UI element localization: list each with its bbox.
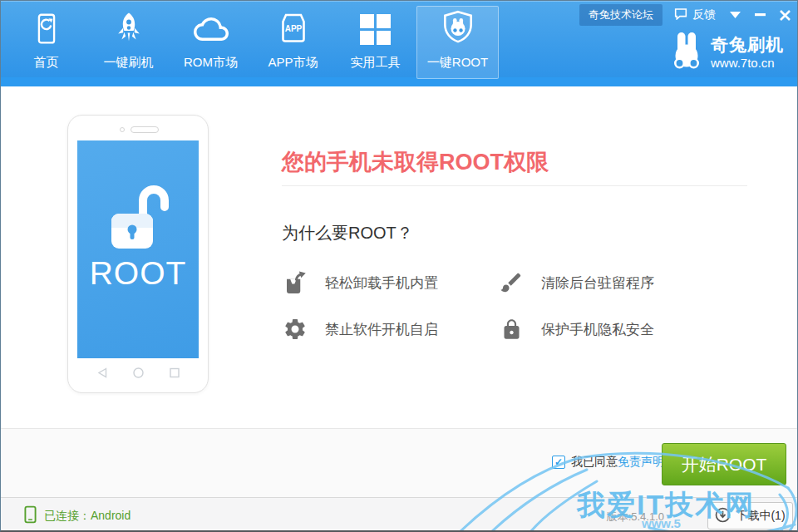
nav-label: 一键刷机 <box>104 55 154 71</box>
why-root-heading: 为什么要ROOT？ <box>282 222 413 244</box>
lock-icon <box>498 318 525 342</box>
cloud-icon <box>188 7 234 51</box>
brand-name: 奇兔刷机 <box>711 35 784 55</box>
rabbit-logo-icon <box>670 31 703 74</box>
rocket-icon <box>111 7 147 51</box>
nav-item-app[interactable]: APP APP市场 <box>252 6 334 79</box>
app-bag-icon-text: APP <box>284 24 302 33</box>
agree-row: ✓ 我已同意 免责声明 <box>552 455 664 470</box>
page-title: 您的手机未取得ROOT权限 <box>282 147 549 177</box>
nav-item-root-active[interactable]: 一键ROOT <box>416 6 499 79</box>
agree-label: 我已同意 <box>571 455 618 470</box>
main-nav: 首页 一键刷机 <box>5 6 499 79</box>
phone-speaker-slot <box>131 126 159 133</box>
unlocked-padlock-icon <box>101 182 175 255</box>
phone-root-label: ROOT <box>77 255 199 292</box>
feature-autostart: 禁止软件开机自启 <box>282 315 438 343</box>
connection-label: 已连接：Android <box>44 509 131 524</box>
nav-label: 实用工具 <box>351 55 401 71</box>
disclaimer-link[interactable]: 免责声明 <box>618 455 664 470</box>
nav-item-tools[interactable]: 实用工具 <box>334 6 416 79</box>
gear-icon <box>282 317 308 342</box>
brush-icon <box>498 270 525 295</box>
feature-uninstall: 轻松卸载手机内置 <box>282 268 438 297</box>
dropdown-caret-button[interactable] <box>730 12 741 18</box>
action-bar: ✓ 我已同意 免责声明 开始ROOT <box>1 428 797 497</box>
nav-label: ROM市场 <box>184 55 238 71</box>
feature-privacy: 保护手机隐私安全 <box>498 315 654 343</box>
nav-label: 首页 <box>34 55 59 71</box>
forum-button[interactable]: 奇兔技术论坛 <box>579 4 663 26</box>
feature-label: 禁止软件开机自启 <box>325 320 438 339</box>
header: 首页 一键刷机 <box>1 1 797 86</box>
connection-status: 已连接：Android <box>24 505 131 526</box>
feature-label: 轻松卸载手机内置 <box>325 273 438 293</box>
download-circle-icon <box>715 507 731 525</box>
android-recents-icon <box>170 367 180 382</box>
phone-nav-row <box>68 367 208 382</box>
app-window: 首页 一键刷机 <box>0 0 798 532</box>
nav-label: APP市场 <box>268 55 318 71</box>
nav-item-home[interactable]: 首页 <box>5 6 87 79</box>
phone-camera-dot <box>120 127 125 132</box>
brand-url: www.7to.cn <box>711 56 784 70</box>
phone-screen: ROOT <box>77 140 199 358</box>
agree-checkbox[interactable]: ✓ <box>552 456 565 469</box>
feedback-button[interactable]: 反馈 <box>674 7 716 22</box>
app-bag-icon: APP <box>275 7 312 51</box>
home-refresh-phone-icon <box>30 7 63 51</box>
minimize-button[interactable] <box>755 13 766 17</box>
phone-illustration: ROOT <box>67 115 209 393</box>
four-squares-icon <box>359 7 392 51</box>
feature-label: 保护手机隐私安全 <box>541 320 654 339</box>
feature-clean: 清除后台驻留程序 <box>498 268 654 297</box>
feature-label: 清除后台驻留程序 <box>541 273 654 293</box>
download-manager-button[interactable]: 下载中(1) <box>707 502 793 530</box>
download-label: 下载中(1) <box>736 509 785 524</box>
android-back-icon <box>97 367 107 382</box>
divider <box>282 185 747 186</box>
green-phone-icon <box>24 505 37 526</box>
version-label: 版本:5.4.1.0 <box>607 510 664 525</box>
feedback-label: 反馈 <box>692 7 716 22</box>
brand-logo: 奇兔刷机 www.7to.cn <box>670 31 784 74</box>
main-content: ROOT 您的手机未取得ROOT权限 为什么要ROOT？ <box>1 86 797 428</box>
uninstall-icon <box>282 270 308 295</box>
shield-rabbit-icon <box>439 7 477 51</box>
android-home-icon <box>133 367 144 382</box>
nav-label: 一键ROOT <box>427 55 488 71</box>
brand-text: 奇兔刷机 www.7to.cn <box>711 35 784 69</box>
speech-bubble-icon <box>674 7 687 22</box>
nav-item-rom[interactable]: ROM市场 <box>170 6 252 79</box>
close-button[interactable] <box>780 10 791 21</box>
start-root-button[interactable]: 开始ROOT <box>662 443 786 485</box>
titlebar: 奇兔技术论坛 反馈 <box>579 4 791 26</box>
nav-item-flash[interactable]: 一键刷机 <box>87 6 170 79</box>
status-bar: 已连接：Android 版本:5.4.1.0 下载中(1) <box>1 497 797 530</box>
